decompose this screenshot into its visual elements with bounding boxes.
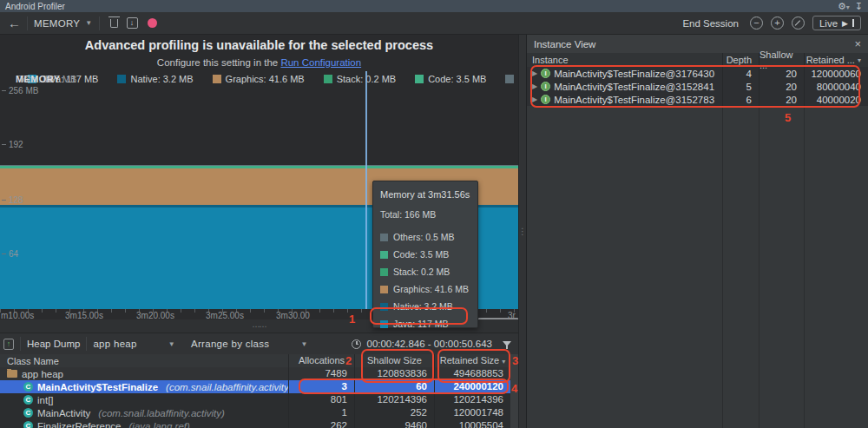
capture-time-range: 00:00:42.846 - 00:00:50.643 (366, 339, 492, 349)
col-shallow-size[interactable]: Shallow Size (354, 354, 434, 367)
record-button[interactable] (148, 18, 157, 28)
arrange-dropdown[interactable]: Arrange by class ▼ (191, 339, 308, 349)
legend-item-stack: Stack: 0.2 MB (324, 74, 396, 84)
code-swatch (380, 251, 388, 259)
col-shallow[interactable]: Shallow ... (759, 53, 804, 67)
others-swatch (380, 234, 388, 241)
instance-icon: I (541, 82, 550, 91)
class-icon: C (23, 408, 33, 418)
instance-view-title: Instance View (534, 39, 595, 49)
col-retained[interactable]: Retained ... ▾ (804, 53, 868, 67)
graphics-swatch (213, 75, 221, 83)
end-session-button[interactable]: End Session (682, 18, 739, 29)
tooltip-row-stack: Stack: 0.2 MB (380, 263, 470, 280)
zoom-in-icon[interactable]: + (771, 16, 784, 30)
class-table-header[interactable]: Class Name Allocations Shallow Size Reta… (0, 354, 510, 367)
instance-row-3[interactable]: ▶IMainActivity$TestFinalize@3152783 6 20… (527, 93, 868, 106)
col-instance[interactable]: Instance (527, 55, 722, 65)
y-tick-256: 256 MB (2, 86, 38, 95)
arrange-value: Arrange by class (191, 339, 269, 349)
export-heap-dump-icon[interactable]: ↑ (3, 339, 14, 350)
memory-legend: Total: 167 MB MEMORY Java: 117 MB Native… (0, 72, 518, 86)
profiler-toolbar: ← MEMORY ▼ ↓ End Session − + Live ▶ (0, 12, 868, 35)
instance-icon: I (541, 95, 550, 104)
close-icon[interactable]: × (854, 37, 861, 50)
tooltip-row-native: Native: 3.2 MB (380, 298, 470, 315)
col-retained-size[interactable]: Retained Size ▾ (434, 354, 510, 367)
table-row-app-heap[interactable]: app heap 7489 120893836 494688853 (0, 367, 510, 380)
class-icon: C (23, 421, 33, 428)
legend-item-graphics: Graphics: 41.6 MB (213, 74, 305, 84)
annotation-1: 1 (349, 313, 355, 326)
stack-swatch (380, 268, 388, 276)
class-table: Class Name Allocations Shallow Size Reta… (0, 354, 510, 428)
expand-icon[interactable]: ▶ (532, 69, 537, 77)
live-label: Live (819, 18, 838, 29)
instance-row-2[interactable]: ▶IMainActivity$TestFinalize@3152841 5 20… (527, 80, 868, 93)
expand-icon[interactable]: ▶ (532, 95, 537, 103)
dock-icon[interactable]: ↧ (855, 1, 863, 12)
class-icon: C (23, 395, 33, 405)
legend-item-code: Code: 3.5 MB (415, 74, 486, 84)
vertical-splitter[interactable]: ⋮ (518, 35, 526, 428)
separator (27, 16, 28, 30)
code-swatch (415, 75, 424, 83)
heap-dump-label: Heap Dump (27, 339, 80, 349)
chevron-down-icon: ▼ (85, 19, 92, 27)
y-tick-128: 128 (2, 195, 23, 205)
heap-select-dropdown[interactable]: app heap ▼ (93, 339, 175, 349)
class-icon: C (23, 382, 33, 392)
clock-icon (352, 339, 361, 349)
others-swatch (505, 75, 514, 83)
memory-section-label: MEMORY (16, 74, 61, 84)
heap-select-value: app heap (93, 339, 136, 349)
instance-view-titlebar: Instance View × (527, 35, 868, 53)
window-titlebar: Android Profiler ⚙▾ ↧ (0, 0, 868, 12)
filter-icon[interactable] (503, 341, 511, 346)
play-bar-icon (852, 19, 854, 27)
heap-dump-toolbar: ↑ Heap Dump app heap ▼ Arrange by class … (0, 333, 518, 354)
tooltip-title: Memory at 3m31.56s (380, 189, 470, 200)
banner-title: Advanced profiling is unavailable for th… (0, 38, 518, 52)
play-icon: ▶ (842, 19, 848, 28)
live-button[interactable]: Live ▶ (812, 16, 861, 30)
column-separator (804, 106, 805, 428)
legend-item-native: Native: 3.2 MB (117, 74, 193, 84)
back-arrow-icon[interactable]: ← (8, 16, 21, 30)
tooltip-row-java: Java: 117 MB (380, 315, 470, 333)
java-swatch (380, 320, 388, 328)
table-row-mainactivity[interactable]: CMainActivity(com.snail.labaffinity.acti… (0, 406, 510, 419)
tooltip-total: Total: 166 MB (380, 209, 470, 220)
native-swatch (117, 75, 126, 83)
stack-swatch (324, 75, 332, 83)
android-profiler-window: Android Profiler ⚙▾ ↧ ← MEMORY ▼ ↓ End S… (0, 0, 868, 428)
zoom-out-icon[interactable]: − (750, 16, 763, 30)
export-heap-icon[interactable]: ↓ (127, 17, 138, 29)
chart-hover-line (365, 71, 367, 309)
table-row-finalizerreference[interactable]: CFinalizerReference(java.lang.ref) 262 9… (0, 419, 510, 428)
table-row-testfinalize-selected[interactable]: CMainActivity$TestFinalize(com.snail.lab… (0, 380, 510, 393)
folder-icon (7, 370, 17, 378)
expand-icon[interactable]: ▶ (532, 82, 537, 90)
instance-view-panel: Instance View × Instance Depth Shallow .… (526, 35, 868, 428)
native-swatch (380, 303, 388, 311)
instance-row-1[interactable]: ▶IMainActivity$TestFinalize@3176430 4 20… (527, 67, 868, 80)
col-depth[interactable]: Depth (722, 53, 759, 67)
instance-view-header[interactable]: Instance Depth Shallow ... Retained ... … (527, 53, 868, 67)
profiler-type-dropdown[interactable]: MEMORY ▼ (34, 18, 93, 29)
annotation-2: 2 (345, 354, 352, 367)
separator (99, 16, 100, 30)
y-tick-64: 64 (2, 249, 18, 259)
col-allocations[interactable]: Allocations (288, 354, 354, 367)
gear-icon[interactable]: ⚙▾ (838, 1, 850, 12)
run-configuration-link[interactable]: Run Configuration (280, 57, 361, 68)
col-class-name[interactable]: Class Name (0, 356, 288, 366)
instance-icon: I (541, 69, 550, 78)
annotation-3: 3 (512, 354, 518, 367)
tooltip-row-others: Others: 0.5 MB (380, 228, 470, 246)
table-row-int-array[interactable]: Cint[] 801 120214396 120214396 (0, 393, 510, 406)
reset-zoom-icon[interactable] (792, 16, 805, 30)
tooltip-row-graphics: Graphics: 41.6 MB (380, 280, 470, 298)
annotation-4: 4 (511, 382, 517, 395)
trash-icon[interactable] (110, 19, 118, 28)
